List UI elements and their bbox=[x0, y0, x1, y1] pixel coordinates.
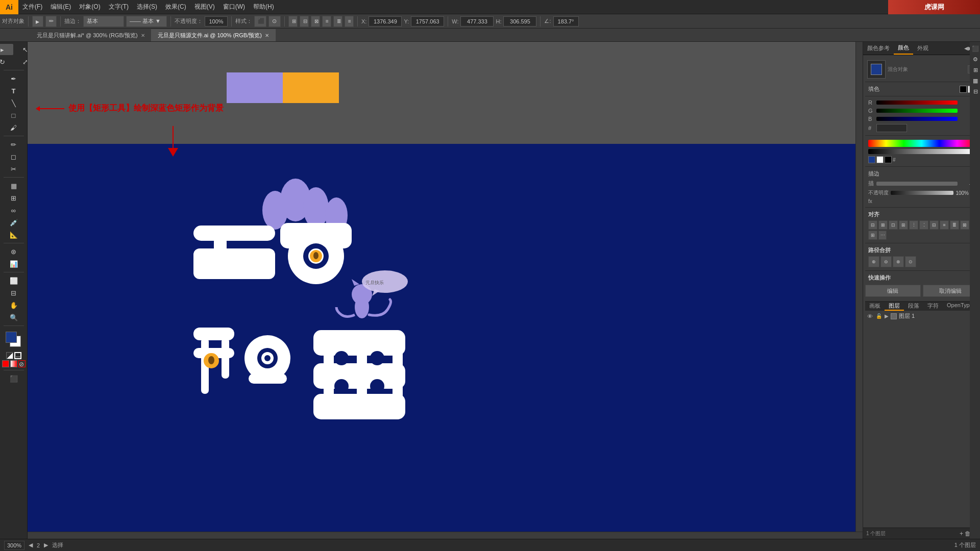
align-center-btn[interactable]: ⊟ bbox=[300, 16, 309, 27]
bottom-tab-layers[interactable]: 图层 bbox=[885, 302, 904, 311]
hex-input[interactable] bbox=[876, 124, 907, 132]
tab-1[interactable]: 元旦是只猫源文件.ai @ 100% (RGB/预览) ✕ bbox=[152, 29, 276, 41]
toolbar-style-icon[interactable]: ⬛ bbox=[254, 16, 266, 27]
change-screen-mode[interactable]: ⬛ bbox=[3, 373, 25, 384]
pathfinder-btn-2[interactable]: ⊖ bbox=[880, 256, 892, 267]
align-right-btn[interactable]: ⊠ bbox=[311, 16, 320, 27]
bottom-tab-char[interactable]: 字符 bbox=[923, 302, 943, 310]
align-btn-8[interactable]: ≡ bbox=[940, 220, 949, 230]
tab-0-close[interactable]: ✕ bbox=[141, 33, 145, 38]
right-panel-icon-1[interactable]: ⬛ bbox=[971, 44, 980, 53]
toolbar-stroke-value[interactable]: 基本 bbox=[83, 16, 124, 27]
line-tool[interactable]: ╲ bbox=[3, 97, 25, 109]
selection-tool[interactable]: ▸ bbox=[0, 44, 13, 55]
r-slider[interactable] bbox=[876, 101, 958, 105]
tab-1-close[interactable]: ✕ bbox=[265, 33, 269, 38]
toolbar-pen-icon[interactable]: ✏ bbox=[45, 16, 57, 27]
toolbar-x-input[interactable] bbox=[369, 16, 402, 27]
toolbar-stroke-dropdown[interactable]: —— 基本 ▼ bbox=[126, 16, 167, 27]
align-btn-10[interactable]: ⊠ bbox=[960, 220, 969, 230]
stroke-slider[interactable] bbox=[876, 182, 958, 186]
align-btn-1[interactable]: ⊟ bbox=[868, 220, 877, 230]
align-btn-4[interactable]: ⊞ bbox=[899, 220, 908, 230]
blend-tool[interactable]: ∞ bbox=[3, 205, 25, 216]
align-btn-2[interactable]: ⊠ bbox=[878, 220, 888, 230]
graph-tool[interactable]: 📊 bbox=[3, 258, 25, 269]
swatch-black[interactable] bbox=[885, 156, 892, 163]
default-colors-icon[interactable] bbox=[6, 352, 13, 359]
menu-text[interactable]: 文字(T) bbox=[105, 0, 133, 14]
right-tab-appearance[interactable]: 外观 bbox=[913, 42, 933, 55]
quick-edit-btn[interactable]: 编辑 bbox=[865, 285, 921, 297]
swap-colors-icon[interactable]: ↔ bbox=[14, 352, 21, 359]
align-bottom-btn[interactable]: ≡ bbox=[345, 16, 354, 27]
toolbar-w-input[interactable] bbox=[460, 16, 494, 27]
color-mode-solid[interactable] bbox=[2, 360, 9, 367]
mesh-tool[interactable]: ⊞ bbox=[3, 192, 25, 204]
menu-file[interactable]: 文件(F) bbox=[18, 0, 46, 14]
align-btn-5[interactable]: ⋮ bbox=[909, 220, 918, 230]
menu-object[interactable]: 对象(O) bbox=[75, 0, 104, 14]
zoom-tool[interactable]: 🔍 bbox=[3, 312, 25, 323]
b-slider[interactable] bbox=[876, 117, 958, 121]
opacity-slider[interactable] bbox=[891, 191, 953, 195]
pen-tool[interactable]: ✒ bbox=[3, 73, 25, 84]
toolbar-circle-icon[interactable]: ⊙ bbox=[268, 16, 281, 27]
rect-tool[interactable]: □ bbox=[3, 110, 25, 121]
layer-1-expand[interactable]: ▶ bbox=[885, 313, 889, 319]
toolbar-y-input[interactable] bbox=[411, 16, 444, 27]
hand-tool[interactable]: ✋ bbox=[3, 299, 25, 311]
align-btn-9[interactable]: ≣ bbox=[950, 220, 959, 230]
align-top-btn[interactable]: ≡ bbox=[322, 16, 331, 27]
swatch-1[interactable] bbox=[868, 156, 875, 163]
toolbar-opacity-input[interactable] bbox=[205, 16, 228, 27]
align-middle-btn[interactable]: ≣ bbox=[333, 16, 342, 27]
pathfinder-btn-4[interactable]: ⊙ bbox=[905, 256, 916, 267]
menu-help[interactable]: 帮助(H) bbox=[249, 0, 278, 14]
pathfinder-btn-1[interactable]: ⊕ bbox=[868, 256, 879, 267]
layer-1-visibility[interactable]: 👁 bbox=[866, 313, 873, 320]
measure-tool[interactable]: 📐 bbox=[3, 229, 25, 240]
align-btn-3[interactable]: ⊡ bbox=[889, 220, 898, 230]
vertical-scrollbar[interactable] bbox=[855, 42, 863, 532]
fill-color-swatch[interactable] bbox=[960, 86, 967, 93]
nav-prev[interactable]: ◀ bbox=[29, 542, 33, 548]
bottom-tab-opentype[interactable]: OpenTyp bbox=[943, 302, 974, 308]
scissors-tool[interactable]: ✂ bbox=[3, 163, 25, 174]
toolbar-select-icon[interactable]: ▸ bbox=[32, 16, 43, 27]
symbol-tool[interactable]: ⊛ bbox=[3, 246, 25, 257]
add-layer-btn[interactable]: + bbox=[960, 530, 963, 537]
eyedropper-tool[interactable]: 💉 bbox=[3, 217, 25, 228]
bottom-tab-paragraph[interactable]: 段落 bbox=[904, 302, 923, 310]
align-btn-expand[interactable]: ⋯ bbox=[878, 231, 887, 240]
brush-tool[interactable]: 🖌 bbox=[3, 122, 25, 133]
horizontal-scrollbar[interactable] bbox=[28, 532, 863, 539]
align-btn-6[interactable]: ⁚ bbox=[919, 220, 928, 230]
color-spectrum-bar[interactable] bbox=[868, 140, 975, 147]
bottom-tab-artboard[interactable]: 画板 bbox=[865, 302, 885, 310]
canvas-area[interactable]: 使用【矩形工具】绘制深蓝色矩形作为背景 bbox=[28, 42, 863, 539]
right-tab-color-ref[interactable]: 颜色参考 bbox=[863, 42, 894, 55]
color-mode-none[interactable]: ⊘ bbox=[18, 360, 26, 367]
right-panel-icon-3[interactable]: ⊞ bbox=[971, 65, 980, 74]
right-panel-icon-2[interactable]: ⚙ bbox=[971, 55, 980, 64]
toolbar-angle-input[interactable] bbox=[553, 16, 579, 27]
pathfinder-btn-3[interactable]: ⊗ bbox=[893, 256, 904, 267]
pencil-tool[interactable]: ✏ bbox=[3, 139, 25, 150]
bw-spectrum-bar[interactable] bbox=[868, 149, 975, 154]
menu-effect[interactable]: 效果(C) bbox=[161, 0, 190, 14]
artboard-tool[interactable]: ⬜ bbox=[3, 275, 25, 286]
menu-edit[interactable]: 编辑(E) bbox=[46, 0, 75, 14]
fill-color-box[interactable] bbox=[6, 332, 17, 343]
layer-1-lock[interactable]: 🔓 bbox=[875, 313, 883, 320]
menu-select[interactable]: 选择(S) bbox=[133, 0, 161, 14]
eraser-tool[interactable]: ◻ bbox=[3, 151, 25, 162]
swatch-white[interactable] bbox=[876, 156, 884, 163]
tab-0[interactable]: 元旦是只猫讲解.ai* @ 300% (RGB/预览) ✕ bbox=[31, 29, 152, 41]
right-tab-color[interactable]: 颜色 bbox=[894, 42, 913, 55]
toolbar-h-input[interactable] bbox=[503, 16, 536, 27]
align-btn-11[interactable]: ⊞ bbox=[868, 231, 877, 240]
gradient-tool[interactable]: ▦ bbox=[3, 180, 25, 191]
g-slider[interactable] bbox=[876, 109, 958, 113]
right-panel-icon-5[interactable]: ⊟ bbox=[971, 87, 980, 96]
